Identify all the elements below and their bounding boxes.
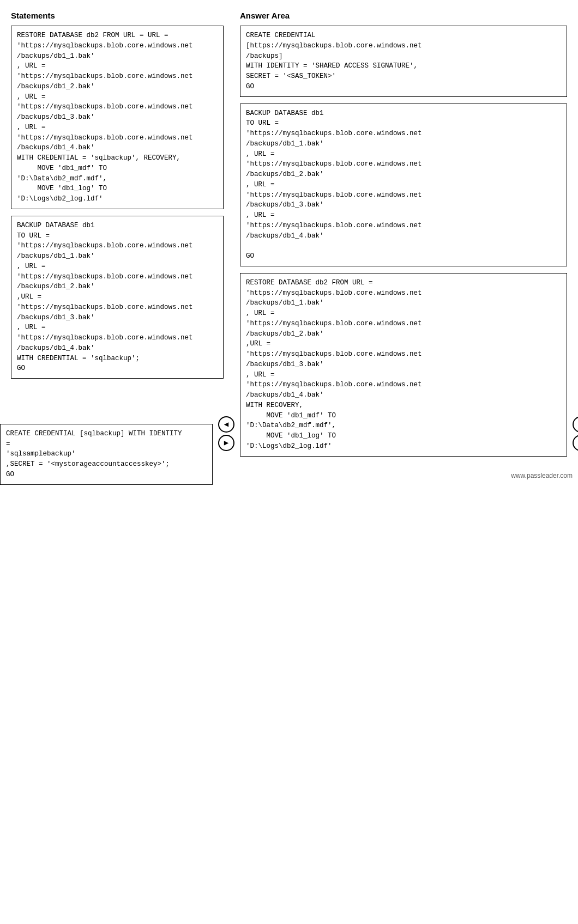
left-nav-buttons: ◀ ▶	[218, 416, 234, 451]
statement-box-2[interactable]: BACKUP DATABASE db1 TO URL = 'https://my…	[11, 216, 224, 379]
answer-area: CREATE CREDENTIAL [https://mysqlbackups.…	[240, 26, 567, 463]
watermark: www.passleader.com	[511, 472, 573, 479]
answer-box-2[interactable]: BACKUP DATABASE db1 TO URL = 'https://my…	[240, 104, 567, 266]
move-left-down-button[interactable]: ▶	[218, 435, 234, 451]
move-left-up-button[interactable]: ◀	[218, 416, 234, 433]
statement-box-1[interactable]: RESTORE DATABASE db2 FROM URL = URL = 'h…	[11, 26, 224, 209]
right-nav-buttons: ▲ ▼	[573, 416, 578, 451]
statements-panel: Statements RESTORE DATABASE db2 FROM URL…	[11, 11, 224, 463]
answer-box-3[interactable]: RESTORE DATABASE db2 FROM URL = 'https:/…	[240, 273, 567, 457]
answer-area-title: Answer Area	[240, 11, 567, 20]
move-up-button[interactable]: ▲	[573, 416, 578, 433]
answer-box-wrapper-3: RESTORE DATABASE db2 FROM URL = 'https:/…	[240, 273, 567, 457]
answer-box-1[interactable]: CREATE CREDENTIAL [https://mysqlbackups.…	[240, 26, 567, 97]
answer-box-wrapper-2: BACKUP DATABASE db1 TO URL = 'https://my…	[240, 104, 567, 266]
statements-title: Statements	[11, 11, 224, 20]
move-down-button[interactable]: ▼	[573, 435, 578, 451]
answer-box-wrapper-1: CREATE CREDENTIAL [https://mysqlbackups.…	[240, 26, 567, 97]
bottom-code-box[interactable]: CREATE CREDENTIAL [sqlbackup] WITH IDENT…	[0, 424, 213, 485]
answer-area-panel: Answer Area CREATE CREDENTIAL [https://m…	[240, 11, 567, 463]
